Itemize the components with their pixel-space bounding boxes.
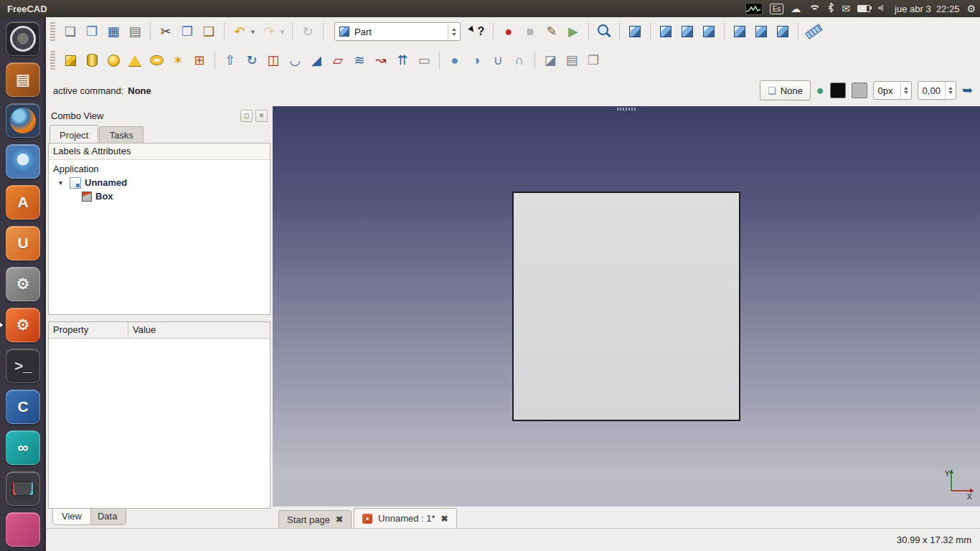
part-loft-button[interactable]: ≋	[349, 50, 369, 70]
session-menu-icon[interactable]: ⚙	[966, 4, 976, 14]
tab-data[interactable]: Data	[88, 509, 126, 525]
part-fillet-button[interactable]: ◡	[285, 50, 305, 70]
view-front-button[interactable]	[656, 22, 676, 42]
measure-distance-button[interactable]	[804, 22, 824, 42]
launcher-dash-home[interactable]	[6, 22, 40, 56]
part-cone-button[interactable]	[125, 50, 145, 70]
toolbar-grip[interactable]	[50, 22, 55, 41]
part-torus-button[interactable]	[146, 50, 166, 70]
macro-stop-button[interactable]: ■	[520, 22, 540, 42]
part-primitives-button[interactable]: ✶	[168, 50, 188, 70]
launcher-chromium[interactable]	[6, 144, 40, 179]
viewport-grip[interactable]	[617, 108, 636, 110]
cloud-sync-icon[interactable]: ☁	[791, 4, 801, 14]
property-editor[interactable]	[49, 339, 270, 508]
view-fit-all-button[interactable]	[594, 22, 614, 42]
spin-down-icon[interactable]	[948, 91, 953, 96]
close-icon[interactable]: ✖	[441, 514, 448, 524]
tab-view[interactable]: View	[52, 509, 91, 525]
draft-layer-button[interactable]: ❏ None	[760, 80, 811, 100]
part-thickness-button[interactable]: ▭	[414, 50, 434, 70]
view-top-button[interactable]	[677, 22, 697, 42]
tab-unnamed-document[interactable]: Unnamed : 1* ✖	[354, 508, 457, 528]
part-cut-button[interactable]: ◑	[466, 50, 486, 70]
spin-up-icon[interactable]	[452, 26, 456, 31]
paste-button[interactable]: ❑	[199, 22, 219, 42]
wifi-icon[interactable]	[808, 4, 820, 14]
workbench-spin-buttons[interactable]	[448, 23, 460, 40]
part-cylinder-button[interactable]	[82, 50, 102, 70]
box-object[interactable]	[512, 192, 740, 421]
part-extrude-button[interactable]: ⇧	[220, 50, 240, 70]
launcher-cpp-ide[interactable]: C	[6, 390, 40, 424]
tree-item-document[interactable]: ▾ Unnamed	[49, 176, 270, 189]
draft-fontsize-spinbox[interactable]: 0,00	[918, 81, 956, 100]
undo-menu-button[interactable]: ▾	[248, 22, 258, 42]
expander-icon[interactable]: ▾	[59, 179, 66, 187]
tab-start-page[interactable]: Start page ✖	[278, 510, 352, 528]
draft-line-color-swatch[interactable]	[830, 83, 846, 98]
part-mirror-button[interactable]: ◫	[263, 50, 283, 70]
open-file-button[interactable]: ❒	[82, 22, 102, 42]
undo-button[interactable]: ↶	[230, 22, 250, 42]
launcher-system-settings[interactable]: ⚙	[6, 267, 40, 301]
view-bottom-button[interactable]	[751, 22, 771, 42]
refresh-button[interactable]: ↻	[298, 22, 318, 42]
clock[interactable]: jue abr 3 22:25	[895, 4, 959, 14]
launcher-more[interactable]	[6, 512, 40, 547]
draft-fill-icon[interactable]: ●	[816, 84, 824, 97]
part-sweep-button[interactable]: ↝	[371, 50, 391, 70]
system-monitor-icon[interactable]	[745, 3, 763, 15]
macro-record-button[interactable]: ●	[499, 22, 519, 42]
part-sphere-button[interactable]	[103, 50, 123, 70]
close-panel-button[interactable]: ✕	[255, 110, 268, 122]
part-boolean-button[interactable]: ●	[445, 50, 465, 70]
launcher-terminal[interactable]: >_	[6, 349, 40, 383]
draft-face-color-swatch[interactable]	[852, 83, 867, 98]
part-chamfer-button[interactable]: ◢	[306, 50, 326, 70]
tab-project[interactable]: Project	[50, 125, 98, 143]
launcher-arduino[interactable]: ∞	[6, 430, 40, 465]
cut-button[interactable]: ✂	[156, 22, 176, 42]
part-offset-button[interactable]: ⇈	[392, 50, 413, 70]
spin-up-icon[interactable]	[948, 85, 953, 90]
macro-play-button[interactable]: ▶	[563, 22, 583, 42]
workbench-selector[interactable]: Part	[334, 22, 461, 41]
part-compound-button[interactable]: ❒	[583, 50, 603, 70]
macro-edit-button[interactable]: ✎	[542, 22, 562, 42]
print-button[interactable]: ▤	[125, 22, 145, 42]
tree-item-application[interactable]: Application	[49, 162, 270, 176]
launcher-ubuntu-one[interactable]: U	[6, 226, 40, 260]
keyboard-layout-indicator[interactable]: Es	[770, 4, 784, 14]
launcher-screenshot-tool[interactable]	[6, 471, 40, 506]
3d-viewport[interactable]: Y X	[273, 106, 980, 507]
tree-item-box[interactable]: Box	[49, 189, 270, 203]
part-cross-sections-button[interactable]: ▤	[562, 50, 582, 70]
copy-button[interactable]: ❐	[177, 22, 197, 42]
spin-down-icon[interactable]	[452, 33, 456, 38]
launcher-firefox[interactable]	[6, 103, 40, 138]
value-column-header[interactable]: Value	[128, 322, 156, 338]
float-panel-button[interactable]: ◻	[240, 110, 253, 122]
close-icon[interactable]: ✖	[336, 514, 343, 524]
property-column-header[interactable]: Property	[49, 322, 128, 338]
linewidth-spin-buttons[interactable]	[900, 82, 911, 99]
view-rear-button[interactable]	[730, 22, 750, 42]
launcher-freecad[interactable]: ⚙	[6, 308, 40, 342]
spin-up-icon[interactable]	[904, 85, 908, 90]
spin-down-icon[interactable]	[904, 91, 908, 96]
draft-linewidth-spinbox[interactable]: 0px	[873, 81, 912, 100]
view-right-button[interactable]	[699, 22, 719, 42]
view-axonometric-button[interactable]	[625, 22, 645, 42]
volume-muted-icon[interactable]	[877, 4, 887, 14]
tab-tasks[interactable]: Tasks	[99, 126, 143, 143]
save-button[interactable]: ▦	[103, 22, 123, 42]
toolbar-grip[interactable]	[50, 51, 55, 70]
battery-icon[interactable]	[857, 5, 870, 12]
view-left-button[interactable]	[773, 22, 793, 42]
bluetooth-icon[interactable]	[827, 2, 834, 15]
redo-button[interactable]: ↷	[259, 22, 279, 42]
part-ruled-surface-button[interactable]: ▱	[328, 50, 348, 70]
part-shape-builder-button[interactable]: ⊞	[189, 50, 209, 70]
part-section-button[interactable]: ◪	[540, 50, 560, 70]
